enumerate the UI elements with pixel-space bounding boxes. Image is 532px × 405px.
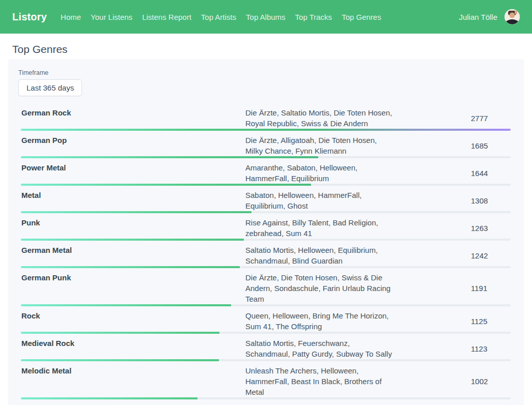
genre-name: Medieval Rock xyxy=(18,338,245,359)
page-title: Top Genres xyxy=(12,43,520,56)
genre-artists: Queen, Helloween, Bring Me The Horizon, … xyxy=(245,310,395,332)
genre-count: 1685 xyxy=(395,141,513,150)
genre-row: Power Metal Amaranthe, Sabaton, Hellowee… xyxy=(18,158,513,186)
genre-row: Medieval Rock Saltatio Mortis, Feuerschw… xyxy=(18,334,513,361)
app-header: Listory Home Your Listens Listens Report… xyxy=(0,0,532,34)
genre-name: German Metal xyxy=(18,245,245,266)
genre-row-content: Melodic Metal Unleash The Archers, Hello… xyxy=(18,361,513,397)
genre-count: 2777 xyxy=(395,114,513,123)
genre-count: 1644 xyxy=(395,169,513,178)
genre-row-content: German Metal Saltatio Mortis, Helloween,… xyxy=(18,241,513,266)
genre-row: Melodic Metal Unleash The Archers, Hello… xyxy=(18,361,513,399)
timeframe-label: Timeframe xyxy=(18,69,513,76)
genre-row: German Metal Saltatio Mortis, Helloween,… xyxy=(18,241,513,268)
timeframe-select[interactable]: Last 365 days xyxy=(18,79,82,96)
genre-name: Rock xyxy=(18,310,245,332)
genre-name: German Rock xyxy=(18,107,245,129)
genre-row-content: Medieval Rock Saltatio Mortis, Feuerschw… xyxy=(18,334,513,359)
genre-row-content: Metal Sabaton, Helloween, HammerFall, Eq… xyxy=(18,186,513,211)
genre-row: Punk Rise Against, Billy Talent, Bad Rel… xyxy=(18,213,513,241)
user-menu[interactable]: Julian Tölle xyxy=(459,9,520,24)
nav-item-top-genres[interactable]: Top Genres xyxy=(342,13,381,21)
genre-artists: Amaranthe, Sabaton, Helloween, HammerFal… xyxy=(245,162,395,184)
nav-item-top-albums[interactable]: Top Albums xyxy=(246,13,286,21)
genres-table: German Rock Die Ärzte, Saltatio Mortis, … xyxy=(18,103,513,405)
genre-count: 1263 xyxy=(395,224,513,233)
genre-artists: Die Ärzte, Alligatoah, Die Toten Hosen, … xyxy=(245,135,395,156)
nav-item-home[interactable]: Home xyxy=(61,13,81,21)
main-nav: Home Your Listens Listens Report Top Art… xyxy=(61,13,381,21)
genre-artists: Die Ärzte, Saltatio Mortis, Die Toten Ho… xyxy=(245,107,395,129)
genre-count: 1242 xyxy=(395,251,513,260)
genre-name: German Pop xyxy=(18,135,245,156)
genre-row: Rock Queen, Helloween, Bring Me The Hori… xyxy=(18,306,513,334)
user-name[interactable]: Julian Tölle xyxy=(459,13,497,21)
genre-row-content: German Pop Die Ärzte, Alligatoah, Die To… xyxy=(18,131,513,156)
genre-name: Power Metal xyxy=(18,162,245,184)
genre-artists: Die Ärzte, Die Toten Hosen, Swiss & Die … xyxy=(245,272,395,304)
top-genres-card: Timeframe Last 365 days German Rock Die … xyxy=(8,59,524,405)
nav-item-top-artists[interactable]: Top Artists xyxy=(201,13,236,21)
genre-name: Punk xyxy=(18,217,245,239)
genre-count: 1191 xyxy=(395,284,513,293)
genre-row-content: German Indie Bukahara, Käptn Peng, KYTES… xyxy=(18,399,513,405)
genre-row-content: Power Metal Amaranthe, Sabaton, Hellowee… xyxy=(18,158,513,184)
genre-row-content: German Punk Die Ärzte, Die Toten Hosen, … xyxy=(18,268,513,304)
genre-artists: Saltatio Mortis, Helloween, Equilibrium,… xyxy=(245,245,395,266)
genre-artists: Saltatio Mortis, Feuerschwanz, Schandmau… xyxy=(245,338,395,359)
brand-logo[interactable]: Listory xyxy=(12,11,47,23)
genre-name: German Punk xyxy=(18,272,245,304)
genre-count: 1123 xyxy=(395,344,513,353)
genre-count: 1125 xyxy=(395,317,513,326)
genre-artists: Unleash The Archers, Helloween, HammerFa… xyxy=(245,365,395,397)
genre-row-content: Punk Rise Against, Billy Talent, Bad Rel… xyxy=(18,213,513,239)
genre-artists: Sabaton, Helloween, HammerFall, Equilibr… xyxy=(245,190,395,211)
genre-row-content: German Rock Die Ärzte, Saltatio Mortis, … xyxy=(18,103,513,129)
genre-name: Melodic Metal xyxy=(18,365,245,397)
genre-count: 1308 xyxy=(395,196,513,205)
avatar-photo-icon xyxy=(505,9,520,24)
genre-row: German Rock Die Ärzte, Saltatio Mortis, … xyxy=(18,103,513,131)
user-avatar[interactable] xyxy=(505,9,520,24)
genre-count: 1002 xyxy=(395,377,513,386)
genre-row: German Indie Bukahara, Käptn Peng, KYTES… xyxy=(18,399,513,405)
genre-row-content: Rock Queen, Helloween, Bring Me The Hori… xyxy=(18,306,513,332)
nav-item-your-listens[interactable]: Your Listens xyxy=(91,13,132,21)
nav-item-listens-report[interactable]: Listens Report xyxy=(142,13,191,21)
genre-artists: Rise Against, Billy Talent, Bad Religion… xyxy=(245,217,395,239)
genre-name: Metal xyxy=(18,190,245,211)
genre-row: Metal Sabaton, Helloween, HammerFall, Eq… xyxy=(18,186,513,213)
genre-row: German Punk Die Ärzte, Die Toten Hosen, … xyxy=(18,268,513,306)
genre-row: German Pop Die Ärzte, Alligatoah, Die To… xyxy=(18,131,513,158)
nav-item-top-tracks[interactable]: Top Tracks xyxy=(295,13,332,21)
